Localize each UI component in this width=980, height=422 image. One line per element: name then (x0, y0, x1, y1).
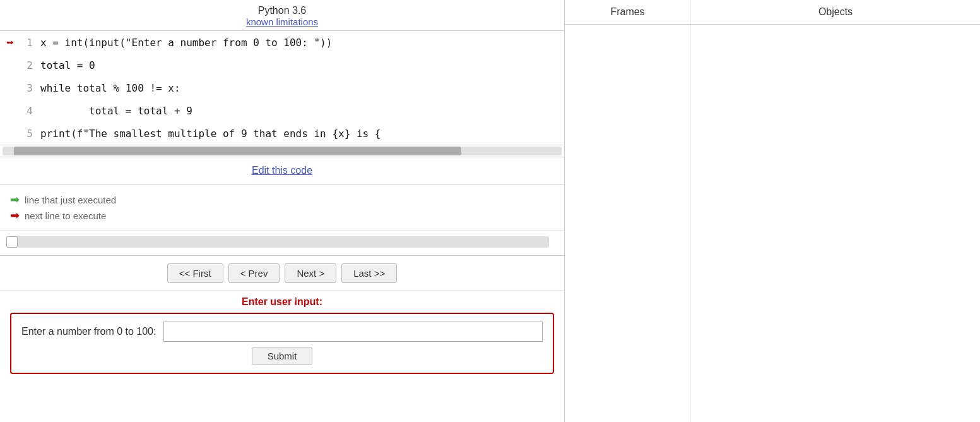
red-arrow-icon-legend: ➡ (10, 208, 20, 222)
line-number-5: 5 (20, 128, 38, 140)
code-display: ➡ 1 x = int(input("Enter a number from 0… (0, 31, 564, 145)
last-button[interactable]: Last >> (341, 263, 397, 283)
nav-buttons: << First < Prev Next > Last >> (0, 256, 564, 291)
user-input-title: Enter user input: (10, 296, 554, 308)
line-number-3: 3 (20, 82, 38, 94)
objects-header: Objects (691, 0, 980, 24)
user-text-input[interactable] (163, 322, 543, 342)
right-header-row: Frames Objects (565, 0, 980, 25)
green-legend: ➡ line that just executed (10, 193, 554, 207)
code-line-1: ➡ 1 x = int(input("Enter a number from 0… (0, 31, 564, 54)
input-row: Enter a number from 0 to 100: (21, 322, 543, 342)
line-code-5: print(f"The smallest multiple of 9 that … (38, 128, 381, 140)
green-legend-label: line that just executed (25, 195, 116, 205)
red-arrow-icon: ➡ (6, 35, 14, 50)
line-code-1: x = int(input("Enter a number from 0 to … (38, 37, 332, 49)
code-line-4: 4 total = total + 9 (0, 99, 564, 122)
python-version: Python 3.6 (0, 5, 564, 16)
line-code-3: while total % 100 != x: (38, 82, 180, 94)
line-code-4: total = total + 9 (38, 105, 192, 117)
scroll-track (3, 147, 562, 155)
line-code-2: total = 0 (38, 59, 95, 71)
step-slider-area (0, 231, 564, 256)
first-button[interactable]: << First (167, 263, 223, 283)
input-box: Enter a number from 0 to 100: Submit (10, 313, 554, 374)
prev-button[interactable]: < Prev (228, 263, 280, 283)
code-line-5: 5 print(f"The smallest multiple of 9 tha… (0, 122, 564, 145)
code-line-3: 3 while total % 100 != x: (0, 76, 564, 99)
green-arrow-icon: ➡ (10, 193, 20, 207)
frames-header: Frames (565, 0, 691, 24)
code-scrollbar[interactable] (0, 145, 564, 157)
code-line-2: 2 total = 0 (0, 54, 564, 76)
legend-area: ➡ line that just executed ➡ next line to… (0, 184, 564, 231)
known-limitations-link[interactable]: known limitations (246, 16, 318, 27)
edit-link-area: Edit this code (0, 157, 564, 184)
user-input-area: Enter user input: Enter a number from 0 … (0, 291, 564, 379)
scroll-thumb[interactable] (14, 147, 461, 155)
submit-button[interactable]: Submit (252, 347, 313, 365)
line-number-2: 2 (20, 59, 38, 71)
line-number-4: 4 (20, 105, 38, 117)
edit-code-link[interactable]: Edit this code (252, 165, 312, 176)
frames-col (565, 25, 691, 422)
red-legend: ➡ next line to execute (10, 208, 554, 222)
right-panel: Frames Objects (565, 0, 980, 422)
red-legend-label: next line to execute (25, 210, 106, 221)
arrow-line-1: ➡ (0, 35, 20, 50)
step-slider[interactable] (6, 236, 549, 248)
line-number-1: 1 (20, 37, 38, 49)
code-header: Python 3.6 known limitations (0, 0, 564, 31)
input-label: Enter a number from 0 to 100: (21, 326, 156, 337)
next-button[interactable]: Next > (285, 263, 336, 283)
objects-col (691, 25, 980, 422)
